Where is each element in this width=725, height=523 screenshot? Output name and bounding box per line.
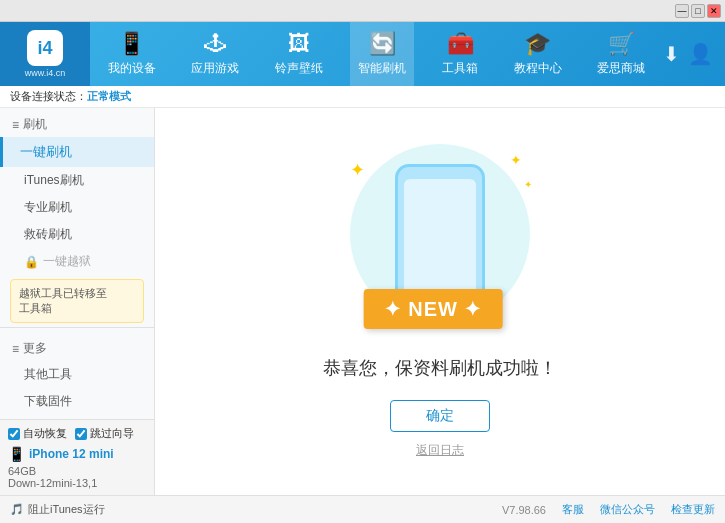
status-right: V7.98.66 客服 微信公众号 检查更新	[502, 502, 715, 517]
sidebar-section-flash: ≡ 刷机	[0, 108, 154, 137]
sidebar-notice: 越狱工具已转移至 工具箱	[10, 279, 144, 323]
more-section-icon: ≡	[12, 342, 19, 356]
skip-wizard-input[interactable]	[75, 428, 87, 440]
maximize-button[interactable]: □	[691, 4, 705, 18]
return-link[interactable]: 返回日志	[416, 442, 464, 459]
sparkle-left: ✦	[350, 159, 365, 181]
logo: i4 www.i4.cn	[0, 22, 90, 86]
confirm-button[interactable]: 确定	[390, 400, 490, 432]
wechat-link[interactable]: 微信公众号	[600, 502, 655, 517]
smart-flash-label: 智能刷机	[358, 60, 406, 77]
connection-label: 设备连接状态：	[10, 89, 87, 104]
sidebar-divider	[0, 327, 154, 328]
device-panel: 自动恢复 跳过向导 📱 iPhone 12 mini 64GB Down-12m…	[0, 419, 154, 495]
sparkle-top-right: ✦	[524, 179, 532, 190]
nav-store[interactable]: 🛒 爱思商城	[589, 22, 653, 86]
nav-apps[interactable]: 🕹 应用游戏	[183, 22, 247, 86]
right-panel: ✦ ✦ ✦ ✦ NEW ✦ 恭喜您，保资料刷机成功啦！ 确定 返回日志	[155, 108, 725, 495]
success-illustration: ✦ ✦ ✦ ✦ NEW ✦	[340, 144, 540, 344]
version-text: V7.98.66	[502, 504, 546, 516]
support-link[interactable]: 客服	[562, 502, 584, 517]
section-label: 刷机	[23, 116, 47, 133]
store-label: 爱思商城	[597, 60, 645, 77]
connection-status: 正常模式	[87, 89, 131, 104]
nav-toolbox[interactable]: 🧰 工具箱	[434, 22, 486, 86]
store-icon: 🛒	[608, 31, 635, 57]
itunes-icon: 🎵	[10, 503, 24, 516]
wallpaper-icon: 🖼	[288, 31, 310, 57]
update-link[interactable]: 检查更新	[671, 502, 715, 517]
status-bar: 🎵 阻止iTunes运行 V7.98.66 客服 微信公众号 检查更新	[0, 495, 725, 523]
header: i4 www.i4.cn 📱 我的设备 🕹 应用游戏 🖼 铃声壁纸 🔄 智能刷机…	[0, 22, 725, 86]
close-button[interactable]: ✕	[707, 4, 721, 18]
auto-restore-checkbox[interactable]: 自动恢复	[8, 426, 67, 441]
device-name: iPhone 12 mini	[29, 447, 114, 461]
lock-icon: 🔒	[24, 255, 39, 269]
sidebar-item-download-fw[interactable]: 下载固件	[0, 388, 154, 415]
smart-flash-icon: 🔄	[369, 31, 396, 57]
content-area: ✦ ✦ ✦ ✦ NEW ✦ 恭喜您，保资料刷机成功啦！ 确定 返回日志	[155, 108, 725, 495]
auto-restore-label: 自动恢复	[23, 426, 67, 441]
toolbox-icon: 🧰	[447, 31, 474, 57]
sidebar-item-one-key-flash[interactable]: 一键刷机	[0, 137, 154, 167]
skip-wizard-label: 跳过向导	[90, 426, 134, 441]
wallpaper-label: 铃声壁纸	[275, 60, 323, 77]
tutorial-label: 教程中心	[514, 60, 562, 77]
checkboxes: 自动恢复 跳过向导	[8, 426, 146, 441]
account-button[interactable]: 👤	[688, 42, 713, 66]
sidebar-item-pro-flash[interactable]: 专业刷机	[0, 194, 154, 221]
device-model: Down-12mini-13,1	[8, 477, 146, 489]
my-device-icon: 📱	[118, 31, 145, 57]
download-button[interactable]: ⬇	[663, 42, 680, 66]
sidebar: ≡ 刷机 一键刷机 iTunes刷机 专业刷机 救砖刷机 🔒 一键越狱 越狱工具…	[0, 108, 155, 419]
device-icon: 📱	[8, 446, 25, 462]
device-storage: 64GB	[8, 465, 146, 477]
sidebar-item-jailbreak: 🔒 一键越狱	[0, 248, 154, 275]
minimize-button[interactable]: —	[675, 4, 689, 18]
new-banner: ✦ NEW ✦	[364, 289, 503, 329]
window-controls: — □ ✕	[675, 4, 721, 18]
logo-text: www.i4.cn	[25, 68, 66, 78]
nav-smart-flash[interactable]: 🔄 智能刷机	[350, 22, 414, 86]
phone-screen	[404, 179, 476, 294]
nav-right-controls: ⬇ 👤	[663, 42, 725, 66]
sidebar-item-itunes-flash[interactable]: iTunes刷机	[0, 167, 154, 194]
sidebar-section-more: ≡ 更多	[0, 332, 154, 361]
apps-label: 应用游戏	[191, 60, 239, 77]
sparkle-right: ✦	[510, 152, 522, 168]
nav-wallpaper[interactable]: 🖼 铃声壁纸	[267, 22, 331, 86]
skip-wizard-checkbox[interactable]: 跳过向导	[75, 426, 134, 441]
connection-bar: 设备连接状态： 正常模式	[0, 86, 725, 108]
more-section-label: 更多	[23, 340, 47, 357]
apps-icon: 🕹	[204, 31, 226, 57]
left-panel: ≡ 刷机 一键刷机 iTunes刷机 专业刷机 救砖刷机 🔒 一键越狱 越狱工具…	[0, 108, 155, 495]
my-device-label: 我的设备	[108, 60, 156, 77]
sidebar-item-other-tools[interactable]: 其他工具	[0, 361, 154, 388]
section-icon: ≡	[12, 118, 19, 132]
status-left: 🎵 阻止iTunes运行	[10, 502, 105, 517]
toolbox-label: 工具箱	[442, 60, 478, 77]
tutorial-icon: 🎓	[524, 31, 551, 57]
itunes-status: 阻止iTunes运行	[28, 502, 105, 517]
nav-my-device[interactable]: 📱 我的设备	[100, 22, 164, 86]
success-message: 恭喜您，保资料刷机成功啦！	[323, 356, 557, 380]
logo-icon: i4	[27, 30, 63, 66]
sidebar-item-fix-flash[interactable]: 救砖刷机	[0, 221, 154, 248]
nav-tutorial[interactable]: 🎓 教程中心	[506, 22, 570, 86]
jailbreak-label: 一键越狱	[43, 253, 91, 270]
nav-items: 📱 我的设备 🕹 应用游戏 🖼 铃声壁纸 🔄 智能刷机 🧰 工具箱 🎓 教程中心…	[90, 22, 663, 86]
title-bar: — □ ✕	[0, 0, 725, 22]
auto-restore-input[interactable]	[8, 428, 20, 440]
